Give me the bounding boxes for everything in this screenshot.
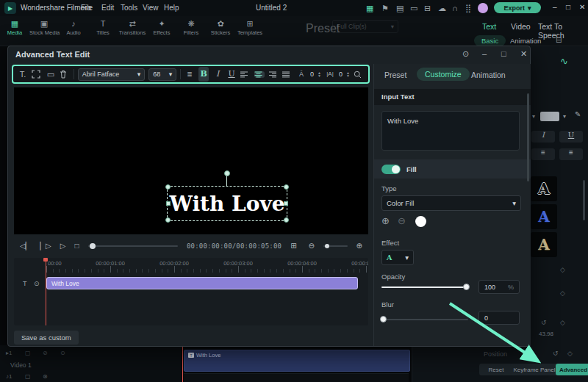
support-icon[interactable]: ∩ — [452, 3, 458, 13]
save-preset-icon[interactable]: ⊟ — [556, 36, 562, 44]
seek-knob[interactable] — [90, 243, 96, 249]
subtab-basic[interactable]: Basic — [474, 35, 506, 46]
main-timeline-playhead[interactable] — [182, 345, 183, 382]
blur-knob[interactable] — [380, 316, 387, 322]
dialog-maximize[interactable]: □ — [501, 49, 506, 58]
opacity-value-box[interactable]: 100% — [478, 280, 520, 294]
text-box-icon[interactable]: ▭ — [46, 67, 56, 82]
align-button[interactable]: ≡ — [531, 148, 555, 160]
eye-icon[interactable]: ⊙ — [34, 280, 40, 287]
resize-handle[interactable] — [284, 184, 289, 190]
screen-record-icon[interactable]: ▭ — [410, 3, 417, 13]
menu-help[interactable]: Help — [164, 4, 179, 12]
tab-text[interactable]: Text — [482, 22, 496, 31]
font-family-select[interactable]: Abril Fatface▾ — [78, 68, 145, 81]
keyframe-panel-button[interactable]: Keyframe Panel — [510, 364, 559, 375]
blur-value-box[interactable]: 0 — [478, 311, 520, 325]
timeline-zoom-slider[interactable] — [323, 245, 348, 247]
text-style-thumb-blue[interactable]: A — [531, 204, 557, 229]
line-spacing-icon[interactable]: ≣ — [184, 67, 195, 82]
zoom-in-icon[interactable]: ⊕ — [356, 240, 362, 252]
reset-rotate-icon[interactable]: ↺ — [541, 319, 547, 326]
tab-effects[interactable]: ✦Effects — [147, 16, 176, 36]
zoom-out-icon[interactable]: ⊖ — [309, 240, 315, 252]
resize-handle[interactable] — [165, 217, 171, 223]
text-clip[interactable]: With Love — [46, 277, 358, 289]
fill-type-select[interactable]: Color Fill▾ — [381, 195, 521, 211]
menu-tools[interactable]: Tools — [121, 4, 137, 12]
megaphone-icon[interactable]: ⚑ — [381, 3, 389, 13]
cloud-icon[interactable]: ☁ — [438, 3, 446, 13]
help-icon[interactable]: ⊙ — [462, 49, 469, 59]
char-spacing-value[interactable]: 0 — [310, 71, 314, 78]
preset-style-icon[interactable]: ∿ — [560, 56, 568, 67]
align-right-button[interactable] — [268, 71, 279, 78]
export-button[interactable]: Export▾ — [494, 2, 541, 13]
window-minimize[interactable]: – — [553, 3, 557, 11]
char-width-stepper[interactable]: ▲▼ — [346, 71, 350, 77]
add-text-icon[interactable]: T. — [18, 67, 28, 82]
gear-icon[interactable]: ⊛ — [43, 373, 48, 380]
tab-filters[interactable]: ❋Filters — [176, 16, 206, 36]
keyframe-diamond-icon[interactable]: ◇ — [560, 319, 565, 326]
folder-icon[interactable]: ▢ — [25, 373, 31, 380]
tab-stickers[interactable]: ✿Stickers — [206, 16, 235, 36]
resize-handle[interactable] — [166, 201, 171, 206]
font-color-swatch[interactable] — [540, 112, 559, 121]
reset-button[interactable]: Reset — [479, 364, 513, 375]
advanced-button[interactable]: Advanced — [556, 364, 588, 375]
opacity-knob[interactable] — [463, 284, 470, 290]
dialog-close[interactable]: ✕ — [520, 49, 527, 59]
seek-slider[interactable] — [88, 245, 178, 247]
align-left-button[interactable] — [240, 71, 251, 78]
save-icon[interactable]: ⊟ — [424, 3, 431, 13]
underline-button[interactable]: U — [226, 67, 237, 82]
play-button[interactable]: ▷ — [60, 240, 66, 252]
zoom-knob[interactable] — [325, 244, 329, 248]
input-text-area[interactable]: With Love — [381, 111, 520, 151]
window-maximize[interactable]: □ — [566, 3, 570, 11]
rotation-handle[interactable] — [224, 170, 230, 176]
blur-slider[interactable] — [381, 319, 468, 320]
text-selection-box[interactable]: With Love — [167, 186, 287, 221]
save-as-custom-button[interactable]: Save as custom — [14, 331, 79, 345]
preview-text[interactable]: With Love — [168, 187, 287, 220]
apps-grid-icon[interactable]: ⣿ — [465, 3, 471, 13]
menu-view[interactable]: View — [143, 4, 159, 12]
tab-customize[interactable]: Customize — [417, 68, 470, 81]
tab-templates[interactable]: ⊞Templates — [235, 16, 265, 36]
menu-file[interactable]: File — [81, 4, 93, 12]
resize-handle[interactable] — [284, 201, 288, 206]
panel-scrollbar[interactable] — [583, 180, 585, 220]
preset-dropdown[interactable]: Full Clip(s)▾ — [332, 20, 398, 33]
resize-handle[interactable] — [165, 184, 171, 190]
italic-button[interactable]: I — [531, 131, 555, 143]
search-icon[interactable] — [354, 71, 364, 79]
keyframe-diamond-icon[interactable]: ◇ — [567, 350, 573, 357]
trash-icon[interactable] — [60, 70, 70, 79]
effect-select[interactable]: A▾ — [381, 250, 414, 265]
chevron-down-icon[interactable]: ▾ — [563, 113, 566, 120]
tab-titles[interactable]: TTitles — [88, 16, 118, 36]
text-style-thumb-outline[interactable]: A — [531, 176, 557, 201]
text-style-thumb-gold[interactable]: A — [531, 232, 557, 257]
menu-edit[interactable]: Edit — [101, 4, 114, 12]
fill-toggle[interactable] — [381, 165, 401, 174]
folder-icon[interactable]: ▢ — [25, 350, 31, 356]
font-size-select[interactable]: 68▾ — [148, 68, 176, 81]
tab-text-to-speech[interactable]: Text To Speech — [538, 22, 588, 40]
resize-handle[interactable] — [284, 217, 289, 223]
reset-rotate-icon[interactable]: ↺ — [553, 350, 559, 357]
char-width-icon[interactable]: |A| — [325, 67, 335, 82]
main-timeline-text-clip[interactable]: TWith Love — [184, 350, 410, 372]
side-panel-scrollbar[interactable] — [527, 93, 529, 181]
underline-button[interactable]: U — [559, 131, 583, 143]
tab-preset[interactable]: Preset — [384, 71, 406, 79]
remove-color-icon[interactable]: ⊖ — [398, 215, 406, 226]
dialog-minimize[interactable]: – — [482, 49, 487, 58]
tab-audio[interactable]: ♪Audio — [59, 16, 88, 36]
eyedropper-icon[interactable]: ✎ — [575, 110, 581, 118]
align-button[interactable]: ≡ — [559, 148, 583, 160]
mute-icon[interactable]: ⊘ — [43, 350, 48, 356]
user-avatar[interactable] — [478, 3, 488, 13]
